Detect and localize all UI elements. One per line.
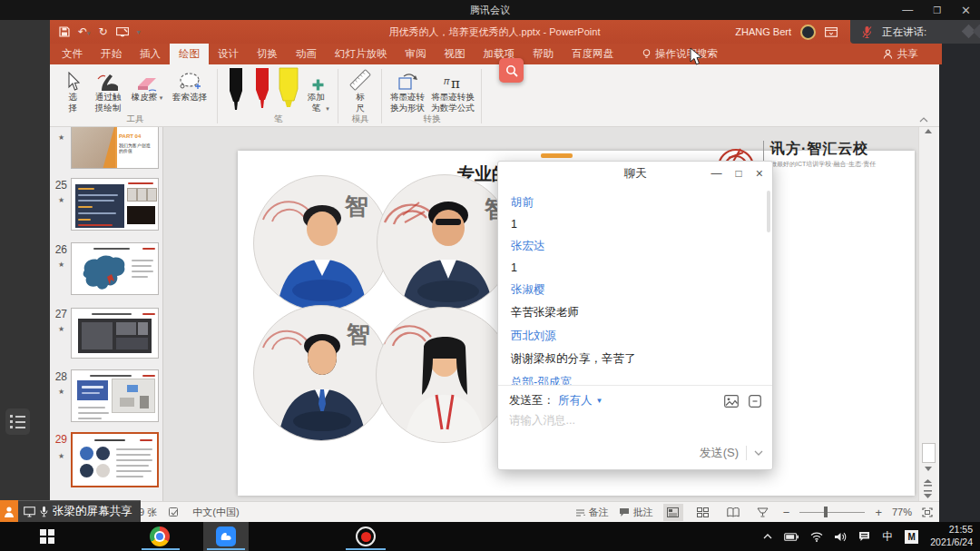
ribbon-display-options-icon[interactable] bbox=[825, 27, 838, 37]
close-icon[interactable]: ✕ bbox=[961, 4, 971, 17]
tab-design[interactable]: 设计 bbox=[209, 44, 248, 64]
tab-slideshow[interactable]: 幻灯片放映 bbox=[326, 44, 397, 64]
zoom-level[interactable]: 77% bbox=[892, 507, 912, 517]
ink-to-math-button[interactable]: ππ 将墨迹转换为数学公式 bbox=[428, 67, 477, 113]
screenshot-icon[interactable] bbox=[749, 395, 761, 408]
scroll-up-icon[interactable] bbox=[922, 129, 934, 133]
customize-qat-icon[interactable]: ▾ bbox=[137, 28, 141, 36]
minimize-icon[interactable]: — bbox=[902, 4, 913, 16]
maximize-icon[interactable]: ❐ bbox=[933, 5, 941, 15]
chrome-icon[interactable] bbox=[150, 526, 170, 546]
pen-highlighter-yellow[interactable] bbox=[275, 67, 301, 109]
wifi-icon[interactable] bbox=[810, 532, 823, 542]
reading-view-button[interactable] bbox=[723, 504, 743, 521]
chat-close-icon[interactable]: × bbox=[756, 166, 763, 181]
notification-icon[interactable] bbox=[858, 531, 870, 542]
tab-view[interactable]: 视图 bbox=[436, 44, 475, 64]
previous-slide-icon[interactable] bbox=[922, 479, 934, 487]
tencent-meeting-taskbar-button[interactable] bbox=[203, 522, 249, 551]
chat-header[interactable]: 聊天 — □ × bbox=[498, 162, 772, 185]
send-button[interactable]: 发送(S) bbox=[700, 445, 739, 461]
annotation-magnifier-badge[interactable] bbox=[499, 58, 524, 83]
eraser-button[interactable]: 橡皮擦 ▾ bbox=[128, 67, 166, 103]
tab-draw[interactable]: 绘图 bbox=[170, 44, 209, 64]
portrait-photo-4 bbox=[376, 307, 512, 443]
china-map-graphic bbox=[77, 252, 128, 292]
speaker-icon[interactable] bbox=[835, 532, 847, 542]
chat-maximize-icon[interactable]: □ bbox=[736, 167, 742, 180]
next-slide-icon[interactable] bbox=[922, 490, 934, 498]
start-slideshow-icon[interactable] bbox=[116, 27, 129, 37]
normal-view-button[interactable] bbox=[663, 504, 683, 521]
tab-baidu-pan[interactable]: 百度网盘 bbox=[563, 44, 622, 64]
tray-expand-icon[interactable] bbox=[763, 534, 772, 539]
battery-icon[interactable] bbox=[784, 533, 799, 541]
chat-scrollbar[interactable] bbox=[767, 191, 770, 232]
ime-mode-indicator[interactable]: M bbox=[905, 530, 918, 544]
thumbnail-slide-25[interactable] bbox=[71, 178, 159, 231]
thumbnail-slide-28[interactable] bbox=[71, 369, 159, 422]
spellcheck-icon[interactable] bbox=[169, 507, 181, 517]
send-to-caret-icon[interactable]: ▼ bbox=[596, 397, 603, 405]
fit-to-window-icon[interactable] bbox=[922, 507, 933, 517]
thumbnail-slide-26[interactable] bbox=[71, 242, 159, 295]
ruler-button[interactable]: 标尺 bbox=[343, 67, 377, 113]
chat-message-input[interactable] bbox=[498, 408, 709, 427]
thumbnail-slide-27[interactable] bbox=[71, 308, 159, 359]
quick-access-toolbar: ↶▾ ↻ ▾ bbox=[50, 25, 141, 38]
zoom-in-button[interactable]: + bbox=[875, 506, 882, 519]
user-avatar[interactable] bbox=[800, 25, 816, 40]
tab-animations[interactable]: 动画 bbox=[287, 44, 326, 64]
ribbon-group-convert: 将墨迹转换为形状 ππ 将墨迹转换为数学公式 转换 bbox=[382, 65, 482, 126]
send-image-icon[interactable] bbox=[724, 395, 739, 408]
draw-with-touch-button[interactable]: 通过触摸绘制 bbox=[88, 67, 128, 113]
tab-insert[interactable]: 插入 bbox=[131, 44, 170, 64]
chat-message-list[interactable]: 胡前 1 张宏达 1 张淑樱 辛苦张梁老师 西北刘源 谢谢梁叔的分享，辛苦了 总… bbox=[498, 185, 772, 386]
thumbnail-slide-24[interactable]: PART 04 我们为客户创造的价值 bbox=[71, 127, 159, 169]
chat-sender: 张淑樱 bbox=[511, 282, 760, 298]
select-tool-button[interactable]: 选择 bbox=[57, 67, 88, 113]
share-button[interactable]: 共享 bbox=[874, 44, 927, 64]
send-options-caret-icon[interactable] bbox=[754, 450, 763, 456]
thumbnail-slide-29-selected[interactable] bbox=[71, 432, 159, 487]
language-indicator[interactable]: 中文(中国) bbox=[192, 506, 239, 519]
zoom-slider[interactable] bbox=[799, 507, 865, 517]
tab-file[interactable]: 文件 bbox=[53, 44, 92, 64]
tab-help[interactable]: 帮助 bbox=[524, 44, 563, 64]
slide-sorter-view-button[interactable] bbox=[693, 504, 713, 521]
tab-review[interactable]: 审阅 bbox=[397, 44, 436, 64]
plus-icon bbox=[311, 74, 325, 92]
ppt-user-name[interactable]: ZHANG Bert bbox=[735, 26, 791, 37]
zoom-out-button[interactable]: − bbox=[783, 506, 790, 519]
notes-list-icon[interactable] bbox=[5, 408, 30, 435]
save-icon[interactable] bbox=[59, 26, 70, 37]
tab-transitions[interactable]: 切换 bbox=[248, 44, 287, 64]
notes-toggle[interactable]: 备注 bbox=[575, 506, 609, 519]
recorder-icon[interactable] bbox=[356, 526, 376, 546]
pen-black[interactable] bbox=[222, 67, 249, 111]
tab-home[interactable]: 开始 bbox=[92, 44, 131, 64]
tell-me-search[interactable]: 操作说明搜索 bbox=[633, 44, 727, 64]
add-pen-button[interactable]: 添加笔▾ bbox=[301, 73, 334, 113]
redo-icon[interactable]: ↻ bbox=[99, 25, 108, 38]
comments-toggle[interactable]: 批注 bbox=[619, 506, 653, 519]
start-button[interactable] bbox=[40, 529, 54, 544]
thumbnail-number: 25 bbox=[50, 179, 67, 192]
collapse-ribbon-icon[interactable] bbox=[919, 117, 928, 123]
lasso-select-button[interactable]: 套索选择 bbox=[166, 67, 213, 103]
send-to-selector[interactable]: 所有人 bbox=[558, 393, 593, 408]
pen-red[interactable] bbox=[249, 67, 275, 109]
undo-icon[interactable]: ↶▾ bbox=[78, 25, 91, 38]
ime-chinese-indicator[interactable]: 中 bbox=[882, 529, 893, 545]
slideshow-view-button[interactable] bbox=[753, 504, 773, 521]
logo-subtitle: 做最好的ICT培训学校·融合·生态·责任 bbox=[770, 160, 876, 169]
member-avatar-icon[interactable] bbox=[0, 500, 18, 522]
deco-line bbox=[10, 420, 25, 423]
ink-to-shape-button[interactable]: 将墨迹转换为形状 bbox=[387, 67, 428, 113]
scroll-down-icon[interactable] bbox=[922, 467, 934, 471]
chat-minimize-icon[interactable]: — bbox=[711, 167, 722, 180]
scrollbar-thumb[interactable] bbox=[922, 443, 936, 463]
deco-cert bbox=[147, 188, 157, 202]
clock[interactable]: 21:55 2021/6/24 bbox=[930, 524, 973, 548]
slide-vertical-scrollbar[interactable] bbox=[918, 127, 936, 501]
